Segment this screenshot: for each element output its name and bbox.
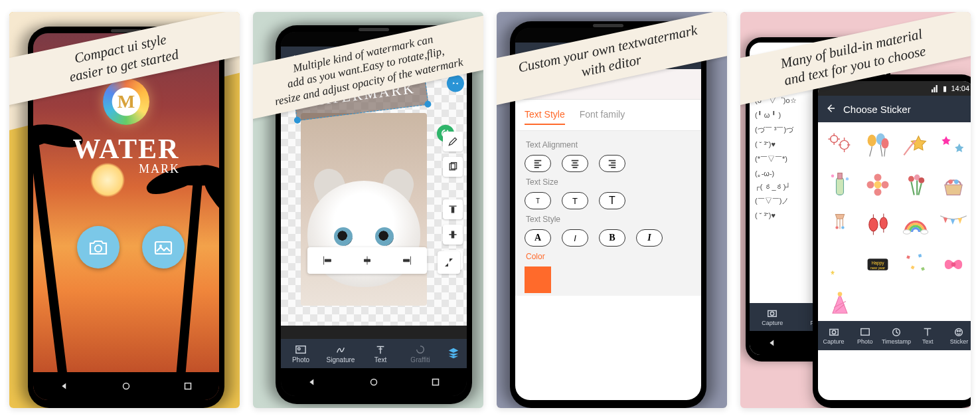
copy-tool-icon[interactable] [443,157,463,177]
align-right-icon[interactable] [398,251,416,270]
phone-frame-large: ▮ 14:04 Choose Sticker [813,74,971,408]
phone-screen-large: ▮ 14:04 Choose Sticker [818,81,971,400]
promo-panel-3: 14:03 …ark Watermark Watermark Text Styl… [497,12,727,408]
sticker-gift-basket[interactable] [936,166,971,203]
svg-rect-49 [918,254,921,257]
size-medium-button[interactable]: T [562,192,588,209]
svg-point-22 [867,135,876,147]
sticker-bow[interactable] [936,246,971,283]
svg-point-40 [841,226,844,229]
tab-capture[interactable]: Capture [750,303,795,331]
sticker-party-hat[interactable] [822,286,857,323]
appbar-title: Choose Sticker [837,104,968,115]
style-italic-button[interactable]: I [562,229,588,247]
sticker-grid: Happynew year [818,122,971,327]
style-bold-button[interactable]: B [599,229,625,247]
emoticon-item[interactable]: (￣▽￣)ノ [755,196,815,206]
android-navbar[interactable] [33,372,219,400]
pencil-tool-icon[interactable] [443,132,463,152]
svg-point-31 [881,181,888,189]
app-logo: M [103,78,149,125]
emoticon-item[interactable]: (｡-ω-) [755,169,815,177]
svg-point-42 [880,217,887,229]
sticker-fireworks[interactable] [822,126,857,163]
sticker-lanterns[interactable] [860,206,895,243]
align-vcenter-icon[interactable] [443,225,463,245]
layers-icon[interactable] [440,339,467,368]
tab-photo[interactable]: Photo [849,321,880,350]
size-large-button[interactable]: T [599,192,625,209]
sticker-balloons[interactable] [860,126,895,163]
style-normal-button[interactable]: A [525,229,551,247]
editor-canvas[interactable]: WATERMARK [281,73,467,326]
svg-point-38 [954,179,959,184]
emoticon-item[interactable]: (*￣▽￣*) [755,154,815,164]
sticker-happy-new-year[interactable]: Happynew year [860,246,895,283]
svg-rect-48 [906,255,910,259]
sticker-moon-star[interactable] [822,246,857,283]
tab-sticker[interactable]: Sticker [943,321,971,350]
svg-rect-4 [155,242,171,254]
sticker-champagne[interactable] [822,166,857,203]
svg-point-3 [95,245,102,252]
android-navbar[interactable] [281,368,467,396]
align-hcenter-icon[interactable] [358,251,376,270]
align-center-button[interactable] [562,155,588,172]
tab-graffiti[interactable]: Graffiti [400,339,440,368]
label-style: Text Style [525,215,692,224]
align-left-button[interactable] [525,155,551,172]
tab-photo[interactable]: Photo [281,339,321,368]
sticker-flower[interactable] [860,166,895,203]
sticker-rainbow[interactable] [898,206,933,243]
tab-text[interactable]: Text [912,321,943,350]
back-icon[interactable] [825,102,837,116]
svg-point-6 [123,383,129,389]
align-horizontal-bar [307,247,427,274]
color-swatch[interactable] [525,266,551,293]
promo-panel-1: M WATER MARK Compact ui style easier to … [9,12,240,408]
size-small-button[interactable]: T [525,192,551,209]
editor-tabbar: Photo Signature Text Graffiti [281,339,467,368]
label-alignment: Text Alignment [525,140,692,150]
sticker-appbar: Choose Sticker [818,96,971,122]
svg-point-59 [957,330,959,332]
emoticon-item[interactable]: (づ￣ ³￣)づ [755,125,815,135]
label-color: Color [525,252,692,261]
svg-rect-7 [185,383,191,389]
tab-signature[interactable]: Signature [321,339,361,368]
style-bold-italic-button[interactable]: I [636,229,663,247]
svg-point-41 [868,218,877,231]
svg-point-60 [959,330,961,332]
align-right-button[interactable] [599,155,625,172]
tab-text[interactable]: Text [361,339,400,368]
svg-point-5 [159,245,162,247]
sticker-shooting-star[interactable] [898,126,933,163]
tab-capture[interactable]: Capture [818,321,849,350]
align-top-icon[interactable] [443,199,463,219]
tab-font-family[interactable]: Font family [580,109,625,125]
svg-point-30 [866,181,874,189]
emoticon-item[interactable]: (╹ ω ╹ ) [755,111,815,120]
camera-button[interactable] [77,226,120,268]
emoticon-item[interactable]: ( ˘ ³˘)♥ [755,140,815,149]
sticker-windchime[interactable] [822,206,857,243]
sticker-bunting[interactable] [936,206,971,243]
svg-point-12 [370,379,376,385]
collapse-icon[interactable] [438,251,460,274]
svg-point-24 [881,138,888,148]
sticker-bouquet[interactable] [898,166,933,203]
svg-point-44 [920,230,928,235]
align-left-icon[interactable] [318,251,337,270]
tab-text-style[interactable]: Text Style [525,109,565,125]
gallery-button[interactable] [142,226,185,268]
tab-timestamp[interactable]: Timestamp [880,321,912,350]
sticker-confetti[interactable] [898,246,933,283]
svg-point-39 [835,226,838,229]
svg-point-33 [874,181,881,189]
emoticon-item[interactable]: ┌( ಠ_ಠ)┘ [755,183,815,191]
text-editor-form: Watermark Text Style Font family Text Al… [515,69,701,400]
svg-point-52 [951,262,955,267]
svg-point-27 [831,175,833,177]
sticker-stars[interactable] [936,126,971,163]
side-tools [443,132,463,270]
